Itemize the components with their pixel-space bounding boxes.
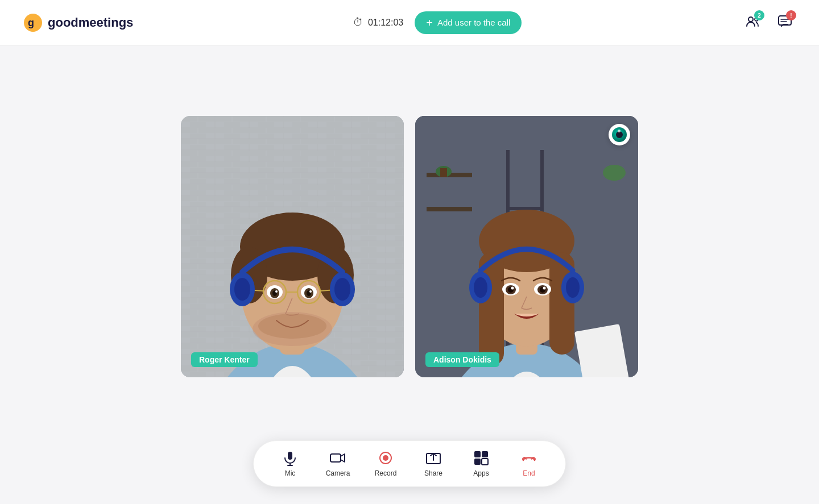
svg-rect-80 (482, 459, 488, 465)
video-tile-participant-1: Roger Kenter (181, 116, 404, 377)
apps-label: Apps (473, 469, 489, 477)
ai-eye-inner (612, 127, 627, 142)
chat-button[interactable]: ! (774, 10, 796, 35)
svg-point-36 (234, 278, 250, 301)
record-icon (378, 450, 394, 466)
header-right: 2 ! (742, 10, 796, 35)
svg-point-65 (474, 277, 487, 298)
svg-point-74 (383, 455, 388, 461)
add-user-button[interactable]: + Add user to the call (415, 11, 522, 34)
svg-rect-79 (474, 459, 481, 465)
share-icon (425, 450, 441, 466)
svg-point-23 (275, 290, 278, 293)
mic-icon (282, 450, 298, 466)
svg-point-67 (566, 277, 580, 298)
participant-2-avatar (415, 116, 638, 377)
svg-rect-41 (427, 207, 472, 211)
logo: g goodmeetings (23, 13, 133, 33)
add-user-label: Add user to the call (437, 18, 510, 27)
camera-control[interactable]: Camera (324, 450, 351, 477)
timer-icon: ⏱ (353, 16, 363, 28)
header-center: ⏱ 01:12:03 + Add user to the call (353, 11, 522, 34)
apps-control[interactable]: Apps (468, 450, 495, 477)
logo-icon: g (23, 13, 43, 33)
header: g goodmeetings ⏱ 01:12:03 + Add user to … (0, 0, 819, 45)
ai-eye-indicator (609, 124, 630, 145)
participants-button[interactable]: 2 (742, 10, 764, 35)
svg-point-38 (334, 278, 350, 301)
svg-point-63 (543, 286, 546, 289)
record-label: Record (375, 469, 397, 477)
svg-rect-69 (288, 452, 292, 460)
plus-icon: + (426, 17, 433, 28)
timer-value: 01:12:03 (368, 18, 403, 28)
record-control[interactable]: Record (372, 450, 399, 477)
svg-point-2 (748, 17, 753, 22)
svg-point-34 (258, 314, 326, 339)
camera-icon (330, 450, 346, 466)
toolbar-wrapper: Mic Camera Record Share (253, 440, 566, 487)
share-label: Share (424, 469, 442, 477)
mic-control[interactable]: Mic (276, 450, 304, 477)
control-toolbar: Mic Camera Record Share (253, 440, 566, 487)
apps-icon (473, 450, 489, 466)
svg-text:g: g (28, 17, 34, 28)
participant-2-name: Adison Dokidis (425, 352, 499, 367)
end-call-icon (521, 450, 537, 466)
svg-point-59 (511, 286, 514, 289)
participant-1-name: Roger Kenter (191, 352, 258, 367)
svg-point-27 (309, 290, 312, 293)
share-control[interactable]: Share (420, 450, 447, 477)
svg-point-48 (603, 165, 626, 181)
svg-rect-78 (482, 451, 488, 457)
svg-rect-43 (440, 168, 447, 177)
end-call-control[interactable]: End (515, 450, 543, 477)
participant-1-avatar (181, 116, 404, 377)
mic-label: Mic (285, 469, 296, 477)
camera-label: Camera (326, 469, 350, 477)
end-label: End (523, 469, 535, 477)
main-content: Roger Kenter (0, 45, 819, 436)
svg-rect-72 (330, 454, 341, 462)
video-tile-participant-2: Adison Dokidis (415, 116, 638, 377)
logo-text: goodmeetings (48, 15, 133, 30)
svg-rect-77 (474, 451, 481, 457)
timer-display: ⏱ 01:12:03 (353, 16, 403, 28)
chat-badge: ! (786, 10, 796, 20)
ai-eye-shine (618, 130, 621, 132)
participants-badge: 2 (754, 10, 764, 20)
